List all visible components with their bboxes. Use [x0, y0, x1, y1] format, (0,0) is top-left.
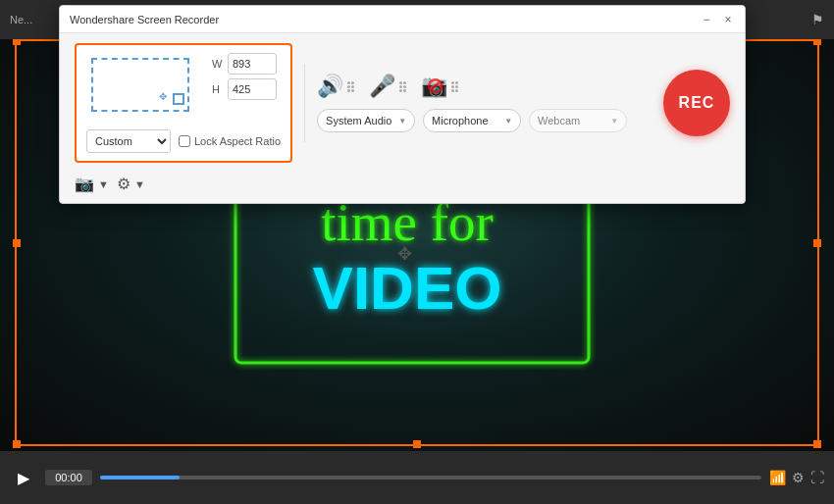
speaker-icon: 🔊: [317, 74, 343, 99]
flag-icon: ⚑: [811, 12, 824, 27]
audio-dots: [347, 81, 354, 92]
region-bottom: Custom Full Screen 1920x1080 1280x720 Lo…: [86, 129, 281, 153]
time-display: 00:00: [45, 470, 92, 485]
minimize-button[interactable]: −: [700, 13, 713, 26]
system-audio-dropdown[interactable]: System Audio ▼: [317, 109, 415, 132]
microphone-arrow: ▼: [504, 117, 512, 126]
width-label: W: [212, 58, 224, 70]
dropdown-row: System Audio ▼ Microphone ▼ Webcam ▼: [317, 109, 642, 132]
dialog-title: Wondershare Screen Recorder: [70, 14, 692, 25]
dialog-footer: 📷 ▼ ⚙ ▼: [60, 175, 745, 203]
screenshot-button[interactable]: 📷 ▼: [75, 175, 109, 193]
system-audio-label: System Audio: [326, 115, 391, 126]
height-input[interactable]: [228, 78, 277, 100]
microphone-dropdown[interactable]: Microphone ▼: [423, 109, 521, 132]
microphone-icon-row: 🎤: [369, 74, 406, 99]
settings-button[interactable]: ⚙ ▼: [117, 175, 145, 193]
microphone-label: Microphone: [432, 115, 488, 126]
preset-select[interactable]: Custom Full Screen 1920x1080 1280x720: [86, 129, 171, 153]
progress-fill: [100, 476, 180, 479]
height-label: H: [212, 83, 224, 95]
vertical-divider: [304, 64, 305, 142]
dialog-body: ✥ W H Custom Ful: [60, 33, 745, 175]
width-row: W: [212, 53, 277, 75]
webcam-dropdown[interactable]: Webcam ▼: [529, 109, 627, 132]
progress-bar[interactable]: [100, 476, 761, 479]
region-resize-handle[interactable]: [173, 93, 184, 105]
screenshot-arrow: ▼: [98, 178, 109, 190]
wh-inputs: W H: [212, 53, 277, 100]
dialog-titlebar: Wondershare Screen Recorder − ×: [60, 6, 745, 33]
webcam-icon: 📷 ⊘: [421, 74, 447, 99]
webcam-label: Webcam: [538, 115, 580, 126]
av-section: 🔊 🎤: [317, 74, 642, 132]
move-cursor-indicator: ✥: [397, 243, 412, 265]
webcam-arrow: ▼: [610, 117, 618, 126]
fullscreen-icon[interactable]: ⛶: [810, 470, 824, 485]
settings-arrow: ▼: [134, 178, 145, 190]
close-button[interactable]: ×: [721, 13, 735, 26]
region-rect: ✥: [91, 58, 189, 112]
system-audio-icon-row: 🔊: [317, 74, 354, 99]
system-audio-item: 🔊: [317, 74, 354, 99]
rec-button[interactable]: REC: [663, 70, 730, 136]
volume-bars-icon[interactable]: 📶: [769, 470, 786, 485]
width-input[interactable]: [228, 53, 277, 75]
mic-dots: [399, 81, 406, 92]
region-preview: ✥: [86, 53, 204, 122]
lock-aspect-label: Lock Aspect Ratio: [179, 135, 281, 147]
av-controls: 🔊 🎤: [317, 74, 642, 99]
region-selector: ✥ W H Custom Ful: [75, 43, 292, 163]
microphone-icon: 🎤: [369, 74, 395, 99]
region-move-icon: ✥: [159, 91, 167, 102]
top-bar-text: Ne...: [10, 14, 32, 25]
screenshot-icon: 📷: [75, 175, 94, 193]
bottom-bar: ▶ 00:00 📶 ⚙ ⛶: [0, 451, 834, 504]
settings-gear-icon[interactable]: ⚙: [792, 470, 805, 485]
webcam-icon-row: 📷 ⊘: [421, 74, 458, 99]
lock-aspect-checkbox[interactable]: [179, 135, 190, 147]
webcam-dots: [451, 81, 458, 92]
bottom-icons: 📶 ⚙ ⛶: [769, 470, 824, 485]
play-button[interactable]: ▶: [10, 464, 37, 491]
microphone-item: 🎤: [369, 74, 406, 99]
recorder-dialog: Wondershare Screen Recorder − × ✥ W: [59, 5, 746, 204]
system-audio-arrow: ▼: [398, 117, 406, 126]
height-row: H: [212, 78, 277, 100]
settings-icon: ⚙: [117, 175, 130, 193]
webcam-item: 📷 ⊘: [421, 74, 458, 99]
